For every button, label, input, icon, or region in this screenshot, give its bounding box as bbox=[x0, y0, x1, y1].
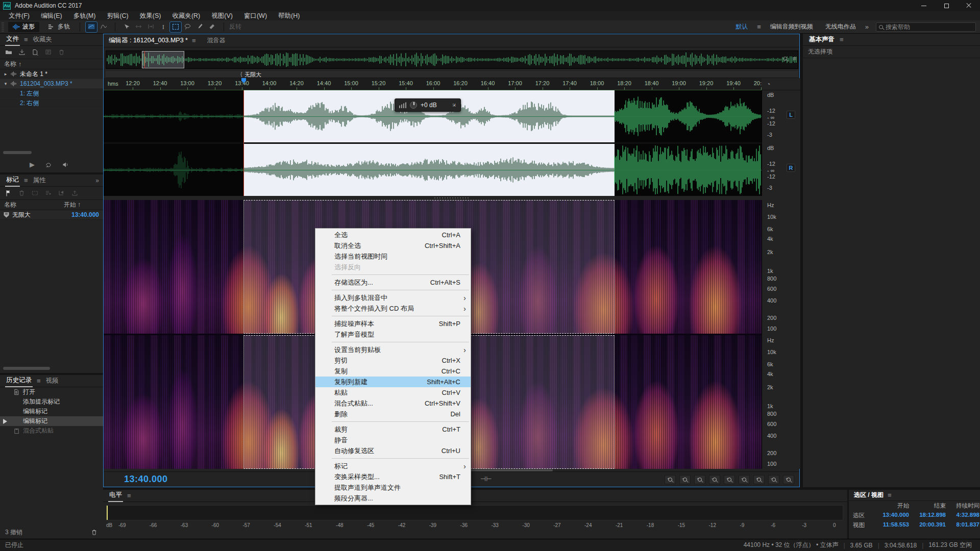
context-menu-item-26[interactable]: 变换采样类型...Shift+T bbox=[315, 471, 471, 482]
markers-name-header[interactable]: 名称 bbox=[4, 201, 16, 209]
markers-panel-menu-icon[interactable]: ≡ bbox=[24, 177, 28, 184]
tab-levels[interactable]: 电平 bbox=[108, 489, 123, 502]
zoom-out-amplitude-button[interactable]: − bbox=[709, 475, 720, 484]
zoom-in-time-button[interactable]: + bbox=[665, 475, 676, 484]
context-menu-item-23[interactable]: 自动修复选区Ctrl+U bbox=[315, 445, 471, 456]
zoom-out-full-button[interactable]: − bbox=[768, 475, 779, 484]
delete-marker-icon[interactable] bbox=[18, 190, 26, 196]
workspace-item-edit-audio-to-video[interactable]: 编辑音频到视频 bbox=[765, 22, 818, 31]
context-menu-item-1[interactable]: 取消全选Ctrl+Shift+A bbox=[315, 240, 471, 251]
hud-gain-widget[interactable]: +0 dB ✈ bbox=[395, 98, 461, 112]
menu-item-3[interactable]: 剪辑(C) bbox=[101, 12, 134, 20]
context-menu-item-0[interactable]: 全选Ctrl+A bbox=[315, 230, 471, 240]
marker-range-bar[interactable]: { 无限大 bbox=[106, 71, 798, 78]
workspace-default[interactable]: 默认 bbox=[730, 22, 753, 31]
add-marker-icon[interactable] bbox=[5, 190, 12, 196]
menu-item-2[interactable]: 多轨(M) bbox=[68, 12, 102, 20]
context-menu-item-19[interactable]: 删除Del bbox=[315, 409, 471, 419]
channel-badge-R[interactable]: R bbox=[787, 164, 795, 172]
context-menu-item-5[interactable]: 存储选区为...Ctrl+Alt+S bbox=[315, 277, 471, 288]
zoom-to-selection-button[interactable]: + bbox=[724, 475, 735, 484]
menu-item-7[interactable]: 窗口(W) bbox=[238, 12, 273, 20]
tab-editor[interactable]: 编辑器 : 161204_003.MP3 * bbox=[109, 36, 188, 45]
file-row-0[interactable]: ▸未命名 1 * bbox=[0, 69, 103, 79]
menu-item-4[interactable]: 效果(S) bbox=[134, 12, 167, 20]
tab-essential-sound[interactable]: 基本声音 bbox=[808, 34, 836, 45]
wave-spectral-splitter[interactable] bbox=[104, 196, 800, 200]
search-input[interactable] bbox=[886, 23, 962, 31]
tab-files[interactable]: 文件 bbox=[5, 33, 20, 46]
context-menu-item-10[interactable]: 捕捉噪声样本Shift+P bbox=[315, 318, 471, 329]
editor-panel-menu-icon[interactable]: ≡ bbox=[192, 37, 196, 44]
context-menu-item-17[interactable]: 粘贴Ctrl+V bbox=[315, 387, 471, 398]
marker-range-icon[interactable] bbox=[32, 190, 39, 196]
context-menu-item-21[interactable]: 裁剪Ctrl+T bbox=[315, 424, 471, 435]
menu-item-5[interactable]: 收藏夹(R) bbox=[166, 12, 206, 20]
file-row-3[interactable]: 2: 右侧 bbox=[0, 98, 103, 108]
history-row-0[interactable]: 打开 bbox=[0, 387, 103, 397]
essential-sound-menu-icon[interactable]: ≡ bbox=[840, 36, 844, 43]
maximize-button[interactable] bbox=[935, 0, 958, 11]
delete-file-icon[interactable] bbox=[58, 49, 65, 56]
selection-view-menu-icon[interactable]: ≡ bbox=[888, 491, 892, 499]
files-panel-menu-icon[interactable]: ≡ bbox=[24, 36, 28, 43]
menu-item-6[interactable]: 视图(V) bbox=[206, 12, 238, 20]
tab-markers[interactable]: 标记 bbox=[5, 174, 20, 187]
marquee-selection-tool-button[interactable] bbox=[170, 22, 181, 32]
context-menu-item-13[interactable]: 设置当前剪贴板› bbox=[315, 344, 471, 355]
tab-mixer[interactable]: 混音器 bbox=[207, 36, 226, 45]
zoom-in-at-selection-right-button[interactable]: + bbox=[753, 475, 765, 484]
amplitude-scale[interactable]: dB-12- ∞-12-3LdB-12- ∞-12-3R bbox=[762, 90, 800, 196]
frequency-display-button[interactable] bbox=[98, 22, 109, 32]
zoom-out-time-button[interactable]: − bbox=[679, 475, 691, 484]
history-row-4[interactable]: 混合式粘贴 bbox=[0, 426, 103, 436]
channel-badge-L[interactable]: L bbox=[787, 111, 795, 119]
stretch-tool-button[interactable] bbox=[145, 22, 157, 32]
zoom-reset-button[interactable]: + bbox=[783, 475, 794, 484]
close-button[interactable] bbox=[958, 0, 980, 11]
history-row-3[interactable]: 编辑标记 bbox=[0, 416, 103, 426]
tab-favorites[interactable]: 收藏夹 bbox=[32, 34, 54, 45]
ibeam-tool-button[interactable]: I bbox=[158, 22, 169, 32]
preview-play-button[interactable]: ▶ bbox=[30, 161, 35, 168]
context-menu-item-18[interactable]: 混合式粘贴...Ctrl+Shift+V bbox=[315, 398, 471, 409]
move-tool-button[interactable] bbox=[121, 22, 132, 32]
overview-zoom-icon[interactable] bbox=[783, 57, 787, 61]
files-scrollbar[interactable] bbox=[3, 151, 32, 154]
context-menu-item-11[interactable]: 了解声音模型 bbox=[315, 329, 471, 340]
hud-gain-knob[interactable] bbox=[410, 102, 417, 109]
timeline-ruler[interactable]: hms 12:2012:4013:0013:2013:4014:0014:201… bbox=[104, 78, 762, 90]
levels-panel-menu-icon[interactable]: ≡ bbox=[127, 492, 131, 499]
context-menu-item-28[interactable]: 频段分离器... bbox=[315, 493, 471, 504]
context-menu-item-8[interactable]: 将整个文件插入到 CD 布局› bbox=[315, 303, 471, 314]
menu-item-0[interactable]: 文件(F) bbox=[3, 12, 35, 20]
zoom-in-at-selection-left-button[interactable]: − bbox=[739, 475, 750, 484]
file-row-2[interactable]: 1: 左侧 bbox=[0, 89, 103, 98]
workspace-overflow-icon[interactable]: » bbox=[863, 23, 871, 31]
history-row-2[interactable]: 编辑标记 bbox=[0, 407, 103, 416]
context-menu-item-16[interactable]: 复制到新建Shift+Alt+C bbox=[315, 377, 471, 387]
context-menu-item-22[interactable]: 静音 bbox=[315, 435, 471, 445]
slip-tool-button[interactable] bbox=[133, 22, 144, 32]
file-row-1[interactable]: ▾161204_003.MP3 * bbox=[0, 79, 103, 89]
hud-pin-icon[interactable]: ✈ bbox=[450, 101, 458, 109]
spectral-display-button[interactable] bbox=[86, 22, 97, 32]
insert-into-multitrack-icon[interactable] bbox=[45, 49, 52, 56]
time-display[interactable]: 13:40.000 bbox=[124, 474, 168, 485]
context-menu-item-14[interactable]: 剪切Ctrl+X bbox=[315, 355, 471, 366]
marker-row-0[interactable]: 无限大13:40.000 bbox=[0, 210, 103, 220]
context-menu-item-3[interactable]: 选择反向 bbox=[315, 262, 471, 272]
auto-play-icon[interactable] bbox=[62, 161, 69, 168]
overview-strip[interactable] bbox=[106, 51, 798, 69]
workspace-item-radio-production[interactable]: 无线电作品 bbox=[820, 22, 861, 31]
help-search-box[interactable] bbox=[876, 22, 976, 32]
eraser-tool-button[interactable] bbox=[207, 22, 218, 32]
context-menu-item-2[interactable]: 选择当前视图时间 bbox=[315, 251, 471, 262]
waveform-view-button[interactable]: 波形 bbox=[8, 22, 39, 32]
panel-overflow-icon[interactable]: » bbox=[95, 177, 99, 184]
frequency-scale[interactable]: Hz10k6k4k2k1k800600400200100Hz10k6k4k2k1… bbox=[762, 200, 800, 469]
files-name-header[interactable]: 名称 bbox=[4, 60, 16, 68]
import-file-icon[interactable] bbox=[18, 49, 26, 56]
marker-range-label[interactable]: 无限大 bbox=[244, 71, 261, 79]
history-row-1[interactable]: 添加提示标记 bbox=[0, 397, 103, 407]
